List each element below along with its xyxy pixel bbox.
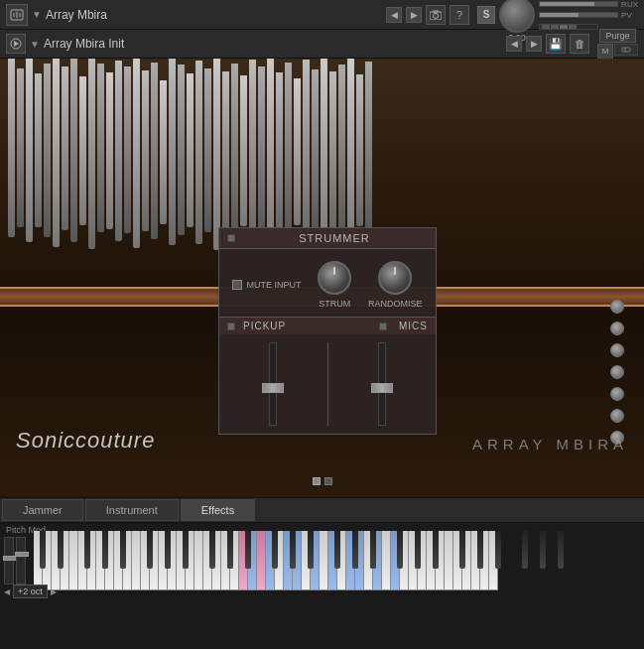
white-key-51[interactable] <box>489 531 498 590</box>
white-key-45[interactable] <box>436 531 445 590</box>
white-key-34[interactable] <box>337 531 346 590</box>
mics-label: MICS <box>399 321 428 331</box>
preset-row: ▼ Array Mbira Init ◀ ▶ 💾 🗑 Purge M <box>0 30 644 58</box>
white-key-24[interactable] <box>248 531 257 590</box>
strummer-indicator[interactable] <box>227 234 235 242</box>
white-key-47[interactable] <box>453 531 462 590</box>
white-key-31[interactable] <box>311 531 320 590</box>
pickup-fader-track[interactable] <box>269 342 277 426</box>
dot-2[interactable] <box>324 477 332 485</box>
white-key-33[interactable] <box>328 531 337 590</box>
top-bar: ▼ Array Mbira ◀ ▶ ? S Tune 0.00 RUX <box>0 0 644 59</box>
white-key-32[interactable] <box>320 531 328 590</box>
fader-handle-1[interactable] <box>3 556 17 561</box>
white-key-2[interactable] <box>52 531 61 590</box>
white-key-0[interactable] <box>34 531 43 590</box>
white-key-8[interactable] <box>105 531 114 590</box>
white-key-12[interactable] <box>141 531 150 590</box>
white-key-41[interactable] <box>400 531 409 590</box>
preset-prev-btn[interactable]: ◀ <box>506 36 522 52</box>
pan-slider[interactable] <box>539 12 618 18</box>
tune-knob[interactable] <box>499 0 535 33</box>
pickup-indicator[interactable] <box>227 323 235 330</box>
white-key-35[interactable] <box>346 531 355 590</box>
right-sliders: RUX PV <box>539 0 638 30</box>
m-button[interactable]: M <box>597 44 613 60</box>
dot-1[interactable] <box>313 477 321 485</box>
strummer-title: STRUMMER <box>241 232 428 244</box>
white-key-1[interactable] <box>43 531 52 590</box>
white-key-6[interactable] <box>87 531 96 590</box>
s-button[interactable]: S <box>477 6 495 24</box>
white-key-49[interactable] <box>471 531 480 590</box>
prev-btn[interactable]: ◀ <box>386 7 402 23</box>
white-key-28[interactable] <box>284 531 293 590</box>
mics-fader-track[interactable] <box>378 342 386 426</box>
white-key-16[interactable] <box>177 531 186 590</box>
white-key-14[interactable] <box>159 531 168 590</box>
save-preset-btn[interactable]: 💾 <box>546 34 566 54</box>
white-key-4[interactable] <box>69 531 78 590</box>
white-key-44[interactable] <box>427 531 436 590</box>
white-key-13[interactable] <box>150 531 159 590</box>
white-key-36[interactable] <box>355 531 364 590</box>
volume-slider[interactable] <box>539 1 618 7</box>
pitch-mod-fader-1[interactable] <box>4 537 14 584</box>
purge-button[interactable]: Purge <box>599 29 635 43</box>
white-key-48[interactable] <box>462 531 471 590</box>
white-key-20[interactable] <box>212 531 221 590</box>
tab-instrument[interactable]: Instrument <box>85 499 179 521</box>
white-key-43[interactable] <box>418 531 427 590</box>
white-key-27[interactable] <box>275 531 284 590</box>
white-key-3[interactable] <box>61 531 69 590</box>
instrument-row: ▼ Array Mbira ◀ ▶ ? S Tune 0.00 RUX <box>0 0 644 30</box>
white-key-11[interactable] <box>132 531 141 590</box>
white-key-19[interactable] <box>203 531 212 590</box>
white-key-15[interactable] <box>168 531 177 590</box>
white-key-10[interactable] <box>123 531 132 590</box>
tab-jammer[interactable]: Jammer <box>2 499 83 521</box>
white-key-38[interactable] <box>373 531 382 590</box>
white-key-25[interactable] <box>257 531 266 590</box>
tab-effects[interactable]: Effects <box>181 499 255 521</box>
white-key-9[interactable] <box>114 531 123 590</box>
octave-control[interactable]: ◀ +2 oct ▶ <box>4 584 57 598</box>
octave-label: +2 oct <box>13 584 48 598</box>
white-key-21[interactable] <box>221 531 230 590</box>
fader-handle-2[interactable] <box>15 552 29 557</box>
page-dots <box>313 477 332 485</box>
pitch-mod-fader-2[interactable] <box>16 537 26 584</box>
white-key-50[interactable] <box>480 531 489 590</box>
mute-input-label[interactable]: MUTE INPUT <box>232 280 301 290</box>
camera-btn[interactable] <box>426 5 446 25</box>
white-key-7[interactable] <box>96 531 105 590</box>
white-key-40[interactable] <box>391 531 400 590</box>
white-key-37[interactable] <box>364 531 373 590</box>
mute-checkbox[interactable] <box>232 280 242 290</box>
mics-indicator[interactable] <box>379 323 387 330</box>
white-key-39[interactable] <box>382 531 391 590</box>
next-btn[interactable]: ▶ <box>406 7 422 23</box>
white-key-17[interactable] <box>186 531 194 590</box>
white-key-42[interactable] <box>409 531 418 590</box>
piano-keyboard[interactable]: (function() { const container = document… <box>34 531 644 590</box>
preset-name: Array Mbira Init <box>44 37 502 51</box>
pm-channels <box>219 334 436 434</box>
white-key-46[interactable] <box>445 531 453 590</box>
white-key-26[interactable] <box>266 531 275 590</box>
mics-fader[interactable] <box>371 383 393 393</box>
preset-next-btn[interactable]: ▶ <box>526 36 542 52</box>
info-btn[interactable]: ? <box>450 5 469 25</box>
randomise-knob[interactable] <box>378 261 412 295</box>
delete-preset-btn[interactable]: 🗑 <box>570 34 589 54</box>
strum-knob[interactable] <box>318 261 351 295</box>
white-key-30[interactable] <box>302 531 311 590</box>
mute-input-group: MUTE INPUT <box>232 280 301 290</box>
pickup-mics-section: PICKUP MICS <box>219 317 436 434</box>
white-key-29[interactable] <box>293 531 302 590</box>
white-key-18[interactable] <box>194 531 203 590</box>
pickup-fader[interactable] <box>262 383 284 393</box>
white-key-23[interactable] <box>239 531 248 590</box>
white-key-5[interactable] <box>78 531 87 590</box>
white-key-22[interactable] <box>230 531 239 590</box>
